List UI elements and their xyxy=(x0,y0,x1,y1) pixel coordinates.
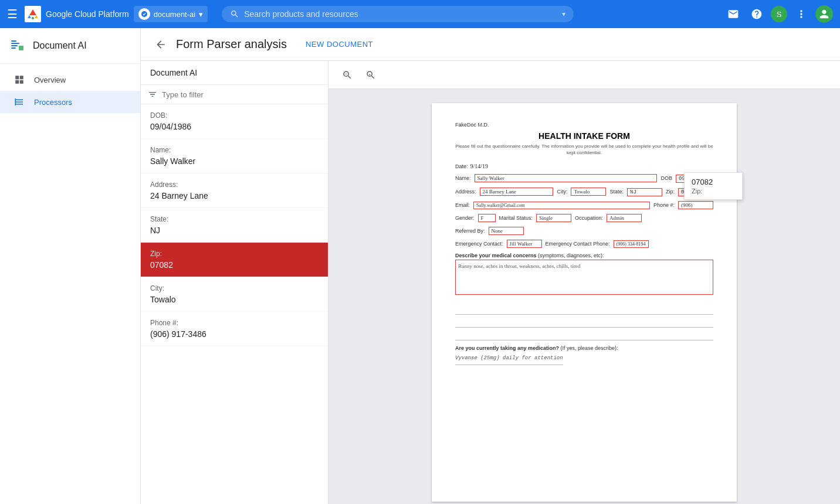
doc-marital-label: Marital Status: xyxy=(499,215,533,221)
field-value-name: Sally Walker xyxy=(150,156,319,166)
field-value-address: 24 Barney Lane xyxy=(150,191,319,200)
doc-concerns-value: Runny nose, aches in throat, weakness, a… xyxy=(458,263,710,271)
project-dot-icon xyxy=(138,8,150,20)
field-value-zip: 07082 xyxy=(150,260,319,270)
field-item-name[interactable]: Name: Sally Walker xyxy=(141,139,328,173)
notifications-icon[interactable] xyxy=(724,5,743,23)
doc-city-label: City: xyxy=(557,189,567,195)
help-icon[interactable] xyxy=(747,5,766,23)
field-label-state: State: xyxy=(150,215,319,223)
project-chevron-icon: ▾ xyxy=(199,10,203,19)
search-icon xyxy=(230,9,239,19)
doc-name-dob-row: Name: Sally Walker DOB 09/04/1986 xyxy=(455,174,713,183)
left-panel: Document AI DOB: 09/04/1986 Name: Sally … xyxy=(141,61,328,504)
doc-gender-label: Gender: xyxy=(455,215,475,221)
field-value-dob: 09/04/1986 xyxy=(150,122,319,131)
user-avatar[interactable] xyxy=(815,5,833,23)
overview-icon xyxy=(14,74,25,85)
doc-gender-row: Gender: F Marital Status: Single Occupat… xyxy=(455,214,713,222)
doc-concerns-box: Runny nose, aches in throat, weakness, a… xyxy=(455,260,713,295)
field-label-phone: Phone #: xyxy=(150,319,319,327)
doc-form-subtitle: Please fill out the questionnaire carefu… xyxy=(455,143,713,156)
doc-form-title: HEALTH INTAKE FORM xyxy=(455,131,713,141)
doc-extra-line-3 xyxy=(455,330,713,340)
doc-emergency-label: Emergency Contact: xyxy=(455,241,503,247)
doc-emergency-box: Jill Walker xyxy=(507,240,542,248)
tooltip-value: 07082 xyxy=(692,178,735,186)
nav-icons: S xyxy=(724,5,833,23)
app-name: Google Cloud Platform xyxy=(46,9,129,19)
svg-rect-7 xyxy=(11,47,16,49)
doc-address-box: 24 Barney Lane xyxy=(480,188,554,196)
zoom-out-button[interactable] xyxy=(338,66,357,84)
product-icon xyxy=(9,38,26,54)
doc-referred-label: Referred By: xyxy=(455,228,485,234)
zoom-in-button[interactable] xyxy=(361,66,380,84)
doc-date-label: Date: xyxy=(455,164,468,169)
hamburger-icon[interactable]: ☰ xyxy=(7,7,18,21)
doc-address-label: Address: xyxy=(455,189,476,195)
doc-address-row: Address: 24 Barney Lane City: Towalo Sta… xyxy=(455,188,713,196)
project-selector[interactable]: document-ai ▾ xyxy=(134,6,208,22)
doc-gender-box: F xyxy=(478,214,496,222)
right-panel: FakeDoc M.D. HEALTH INTAKE FORM Please f… xyxy=(328,61,840,504)
app-body: Document AI Overview Processors Fo xyxy=(0,28,840,504)
doc-email-label: Email: xyxy=(455,202,470,208)
doc-phone-box: (906) xyxy=(678,201,713,209)
sidebar-item-processors[interactable]: Processors xyxy=(0,91,140,113)
back-button[interactable] xyxy=(155,39,167,50)
doc-marital-box: Single xyxy=(536,214,571,222)
doc-medication-section: Are you currently taking any medication?… xyxy=(455,345,713,410)
fields-list: DOB: 09/04/1986 Name: Sally Walker Addre… xyxy=(141,104,328,504)
doc-dob-label: DOB xyxy=(661,175,672,181)
filter-input[interactable] xyxy=(162,90,321,99)
field-item-phone[interactable]: Phone #: (906) 917-3486 xyxy=(141,312,328,346)
field-label-address: Address: xyxy=(150,181,319,189)
doc-state-box: NJ xyxy=(627,188,662,196)
doc-date-row: Date: 9/14/19 xyxy=(455,163,713,169)
svg-rect-4 xyxy=(11,40,16,42)
svg-point-1 xyxy=(32,17,34,19)
doc-concerns-section: Describe your medical concerns (symptoms… xyxy=(455,253,713,299)
field-item-state[interactable]: State: NJ xyxy=(141,208,328,243)
field-value-city: Towalo xyxy=(150,295,319,304)
doc-referred-row: Referred By: None xyxy=(455,227,713,235)
sidebar-item-processors-label: Processors xyxy=(34,98,72,107)
main-content: Form Parser analysis NEW DOCUMENT Docume… xyxy=(141,28,840,504)
filter-bar[interactable] xyxy=(141,85,328,104)
content-area: Document AI DOB: 09/04/1986 Name: Sally … xyxy=(141,61,840,504)
filter-icon xyxy=(148,90,157,99)
doc-emergency-phone-label: Emergency Contact Phone: xyxy=(546,241,610,247)
user-badge[interactable]: S xyxy=(771,6,787,22)
field-item-zip[interactable]: Zip: 07082 xyxy=(141,243,328,277)
svg-rect-6 xyxy=(11,45,18,46)
field-label-city: City: xyxy=(150,284,319,292)
doc-medication-value: Vyvanse (25mg) daily for attention xyxy=(455,355,563,361)
more-options-icon[interactable] xyxy=(792,5,811,23)
new-document-button[interactable]: NEW DOCUMENT xyxy=(306,40,373,49)
sidebar-item-overview[interactable]: Overview xyxy=(0,69,140,91)
doc-container[interactable]: FakeDoc M.D. HEALTH INTAKE FORM Please f… xyxy=(328,89,840,504)
field-label-dob: DOB: xyxy=(150,111,319,120)
processors-icon xyxy=(14,97,25,107)
search-input[interactable] xyxy=(244,9,557,19)
field-item-dob[interactable]: DOB: 09/04/1986 xyxy=(141,104,328,139)
doc-emergency-row: Emergency Contact: Jill Walker Emergency… xyxy=(455,240,713,248)
search-bar[interactable]: ▾ xyxy=(222,6,574,22)
doc-page: FakeDoc M.D. HEALTH INTAKE FORM Please f… xyxy=(432,103,737,502)
doc-name-label: Name: xyxy=(455,175,471,181)
doc-medication-value-line: Vyvanse (25mg) daily for attention xyxy=(455,355,563,365)
doc-phone-label: Phone #: xyxy=(653,202,675,208)
doc-zip-label: Zip: xyxy=(666,189,675,195)
sidebar-item-overview-label: Overview xyxy=(34,76,66,84)
gcp-logo: Google Cloud Platform xyxy=(25,6,129,22)
field-item-address[interactable]: Address: 24 Barney Lane xyxy=(141,173,328,208)
tooltip-box: 07082 Zip: xyxy=(684,172,743,200)
field-item-city[interactable]: City: Towalo xyxy=(141,277,328,312)
doc-occupation-box: Admin xyxy=(607,214,642,222)
sidebar-header: Document AI xyxy=(0,28,140,64)
tooltip-label: Zip: xyxy=(692,188,735,195)
viewer-toolbar xyxy=(328,61,840,89)
doc-email-phone-row: Email: Sally.walker@Gmail.com Phone #: (… xyxy=(455,201,713,209)
doc-city-box: Towalo xyxy=(571,188,606,196)
